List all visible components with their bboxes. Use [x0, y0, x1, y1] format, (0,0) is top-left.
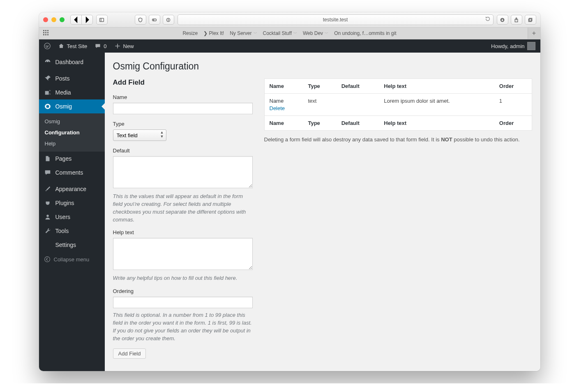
pages-icon [44, 155, 51, 162]
label-type: Type [113, 121, 253, 127]
browser-window: testsite.test Resize ❯ Plex It! Ny Serve… [39, 12, 540, 371]
collapse-menu[interactable]: Collapse menu [39, 252, 105, 267]
col-name[interactable]: Name [264, 79, 303, 94]
add-field-button[interactable]: Add Field [113, 348, 146, 359]
name-input[interactable] [113, 103, 253, 114]
menu-users[interactable]: Users [39, 210, 105, 224]
content-area: Osmig Configuration Add Field Name Type … [105, 53, 540, 371]
nav-back-forward [70, 15, 93, 25]
favorites-bar: Resize ❯ Plex It! Ny Server﹀ Cocktail St… [39, 28, 540, 39]
col-default[interactable]: Default [337, 79, 379, 94]
col-name-f[interactable]: Name [264, 116, 303, 131]
forward-button[interactable] [81, 15, 92, 24]
share-button[interactable] [511, 15, 522, 25]
svg-point-10 [44, 43, 50, 49]
menu-plugins[interactable]: Plugins [39, 196, 105, 210]
favorite-item[interactable]: ❯ Plex It! [203, 30, 224, 36]
reload-icon[interactable] [485, 16, 491, 23]
label-name: Name [113, 94, 253, 100]
menu-comments[interactable]: Comments [39, 166, 105, 180]
page-title: Osmig Configuration [113, 61, 532, 72]
new-content-link[interactable]: New [114, 43, 134, 49]
default-textarea[interactable] [113, 156, 253, 188]
new-tab-button[interactable]: + [528, 28, 540, 39]
delete-link[interactable]: Delete [270, 105, 285, 111]
submenu-item-configuration[interactable]: Configuration [39, 127, 105, 138]
menu-pages[interactable]: Pages [39, 152, 105, 166]
address-bar[interactable]: testsite.test [178, 14, 494, 25]
favorite-item[interactable]: Cocktail Stuff﹀ [263, 30, 297, 36]
submenu-item-help[interactable]: Help [39, 138, 105, 149]
col-help[interactable]: Help text [379, 79, 494, 94]
downloads-button[interactable] [497, 15, 508, 25]
hint-default: This is the values that will appear as d… [113, 193, 253, 224]
col-type-f[interactable]: Type [303, 116, 336, 131]
label-ordering: Ordering [113, 288, 253, 294]
pin-icon [44, 75, 51, 82]
row-order: 1 [494, 94, 532, 116]
dark-toggle-button[interactable] [149, 15, 160, 25]
row-default [337, 94, 379, 116]
comments-link[interactable]: 0 [95, 43, 106, 49]
submenu-item-osmig[interactable]: Osmig [39, 116, 105, 127]
row-name: Name [270, 98, 298, 104]
url-text: testsite.test [323, 17, 348, 23]
chevron-down-icon: ﹀ [293, 31, 297, 36]
col-help-f[interactable]: Help text [379, 116, 494, 131]
col-type[interactable]: Type [303, 79, 336, 94]
wp-logo[interactable] [44, 43, 51, 49]
delete-warning: Deleting a form field will also destroy … [264, 136, 532, 143]
fields-table-area: Name Type Default Help text Order [264, 78, 532, 143]
user-icon [44, 213, 51, 221]
privacy-report-button[interactable] [135, 15, 146, 25]
favorite-item[interactable]: On undoing, f…ommits in git [334, 30, 396, 36]
zoom-icon[interactable] [60, 17, 65, 22]
chevron-down-icon: ﹀ [254, 31, 257, 36]
hint-help: Write any helpful tips on how to fill ou… [113, 274, 253, 282]
wrench-icon [44, 227, 51, 235]
hint-ordering: This field is optional. In a number from… [113, 311, 253, 342]
menu-osmig[interactable]: Osmig [39, 99, 105, 113]
minimize-icon[interactable] [51, 17, 56, 22]
menu-posts[interactable]: Posts [39, 71, 105, 85]
tabs-button[interactable] [525, 15, 536, 25]
home-icon [58, 43, 65, 49]
account-link[interactable]: Howdy, admin [491, 42, 535, 50]
admin-sidebar: Dashboard Posts Media Osmig Osmig Config… [39, 53, 105, 371]
menu-tools[interactable]: Tools [39, 224, 105, 238]
col-order[interactable]: Order [494, 79, 532, 94]
plus-icon [114, 43, 121, 49]
col-default-f[interactable]: Default [337, 116, 379, 131]
svg-point-12 [44, 257, 50, 262]
sliders-icon [44, 241, 51, 249]
type-select[interactable]: Text field [113, 129, 166, 141]
titlebar: testsite.test [39, 12, 540, 28]
menu-media[interactable]: Media [39, 85, 105, 99]
favorite-item[interactable]: Resize [182, 30, 198, 36]
menu-settings[interactable]: Settings [39, 238, 105, 252]
dashboard-icon [44, 58, 51, 66]
plug-icon [44, 199, 51, 207]
row-help: Lorem ipsum dolor sit amet. [379, 94, 494, 116]
ordering-input[interactable] [113, 297, 253, 308]
extension-button[interactable] [163, 15, 174, 25]
menu-appearance[interactable]: Appearance [39, 182, 105, 196]
sidebar-toggle-button[interactable] [96, 15, 108, 25]
close-icon[interactable] [43, 17, 48, 22]
add-field-form: Add Field Name Type Text field ▲▼ Defaul… [113, 78, 253, 359]
window-controls [43, 17, 65, 22]
svg-point-11 [46, 215, 48, 217]
help-textarea[interactable] [113, 238, 253, 270]
chevron-down-icon: ﹀ [325, 31, 328, 36]
favorite-item[interactable]: Ny Server﹀ [230, 30, 257, 36]
gear-icon [44, 103, 51, 110]
back-button[interactable] [71, 15, 81, 24]
site-name-link[interactable]: Test Site [58, 43, 88, 49]
brush-icon [44, 185, 51, 193]
favorite-item[interactable]: Web Dev﹀ [303, 30, 328, 36]
fields-table: Name Type Default Help text Order [264, 78, 532, 131]
menu-dashboard[interactable]: Dashboard [39, 55, 105, 69]
favorites-grid-icon[interactable] [43, 30, 50, 37]
col-order-f[interactable]: Order [494, 116, 532, 131]
comment-icon [44, 169, 51, 176]
